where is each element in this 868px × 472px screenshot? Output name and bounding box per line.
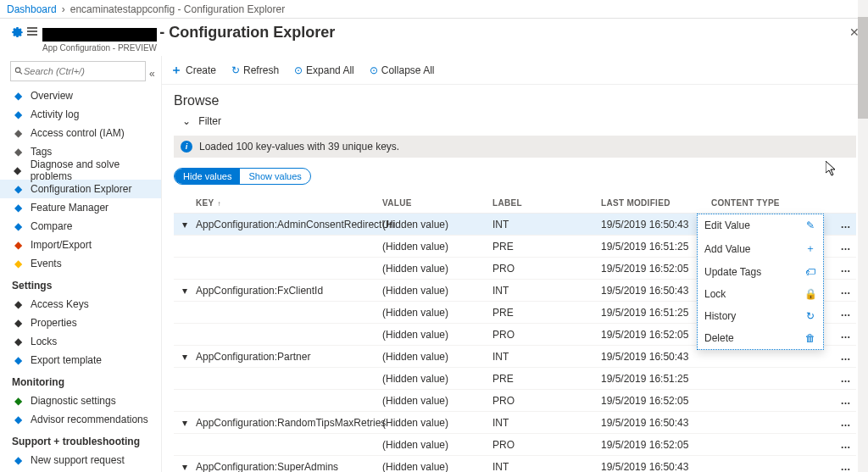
filter-toggle[interactable]: ⌄ Filter: [182, 115, 856, 127]
menu-item-label: History: [704, 310, 736, 322]
sidebar-item-label: Events: [31, 258, 62, 269]
lock-icon: ◆: [12, 336, 24, 347]
sidebar-item-advisor-recommendations[interactable]: ◆Advisor recommendations: [10, 410, 161, 429]
row-actions-button[interactable]: …: [836, 219, 856, 230]
row-actions-button[interactable]: …: [836, 241, 856, 253]
page-subtitle: App Configuration - PREVIEW: [42, 43, 335, 53]
menu-item-lock[interactable]: Lock🔒: [698, 283, 823, 305]
cell-value: (Hidden value): [382, 285, 492, 297]
table-row[interactable]: (Hidden value)PRE19/5/2019 16:51:25…: [174, 368, 856, 390]
scrollbar-thumb[interactable]: [858, 17, 868, 119]
menu-item-delete[interactable]: Delete🗑: [698, 327, 823, 349]
feature-icon: ◆: [12, 202, 24, 214]
sidebar-item-new-support-request[interactable]: ◆New support request: [10, 451, 161, 469]
sidebar-item-access-keys[interactable]: ◆Access Keys: [10, 295, 161, 314]
sidebar-item-locks[interactable]: ◆Locks: [10, 332, 161, 351]
menu-item-edit-value[interactable]: Edit Value✎: [698, 214, 823, 236]
expand-toggle[interactable]: ▾: [174, 417, 196, 429]
cfg-icon: ◆: [12, 183, 24, 195]
cell-key: AppConfiguration:SuperAdmins: [196, 461, 382, 473]
table-row[interactable]: ▾AppConfiguration:RandomTipsMaxRetries(H…: [174, 412, 856, 434]
row-actions-button[interactable]: …: [836, 395, 856, 407]
sidebar-item-export-template[interactable]: ◆Export template: [10, 351, 161, 369]
gear-icon: [10, 25, 24, 39]
refresh-button[interactable]: ↻Refresh: [231, 64, 279, 76]
expand-toggle[interactable]: ▾: [174, 461, 196, 473]
row-actions-button[interactable]: …: [836, 439, 856, 451]
row-actions-button[interactable]: …: [836, 373, 856, 385]
row-context-menu: Edit Value✎Add Value＋Update Tags🏷Lock🔒Hi…: [697, 214, 824, 350]
sidebar-item-properties[interactable]: ◆Properties: [10, 314, 161, 332]
vertical-scrollbar[interactable]: [858, 0, 868, 472]
col-modified[interactable]: LAST MODIFIED: [601, 198, 711, 208]
search-icon: [14, 66, 24, 76]
blade-header: - Configuration Explorer App Configurati…: [0, 19, 868, 56]
page-title: - Configuration Explorer: [159, 24, 335, 41]
sidebar: « ◆Overview◆Activity log◆Access control …: [0, 56, 161, 472]
cell-modified: 19/5/2019 16:52:05: [601, 439, 711, 451]
expand-all-button[interactable]: ⊙Expand All: [294, 64, 354, 76]
cell-value: (Hidden value): [382, 439, 492, 451]
col-key[interactable]: KEY↑: [196, 198, 382, 208]
expand-toggle[interactable]: ▾: [174, 285, 196, 297]
cell-modified: 19/5/2019 16:52:05: [601, 329, 711, 341]
redacted-resource-name: [42, 28, 157, 42]
row-actions-button[interactable]: …: [836, 417, 856, 429]
sidebar-item-label: Tags: [31, 146, 52, 158]
svg-point-0: [15, 68, 20, 73]
table-row[interactable]: (Hidden value)PRO19/5/2019 16:52:05…: [174, 390, 856, 412]
sidebar-item-configuration-explorer[interactable]: ◆Configuration Explorer: [0, 180, 161, 198]
cell-value: (Hidden value): [382, 461, 492, 473]
expand-toggle[interactable]: ▾: [174, 219, 196, 230]
menu-item-update-tags[interactable]: Update Tags🏷: [698, 261, 823, 283]
cell-modified: 19/5/2019 16:50:43: [601, 219, 711, 230]
create-button[interactable]: ＋Create: [170, 63, 216, 78]
row-actions-button[interactable]: …: [836, 461, 856, 473]
table-row[interactable]: ▾AppConfiguration:SuperAdmins(Hidden val…: [174, 456, 856, 472]
props-icon: ◆: [12, 317, 24, 329]
row-actions-button[interactable]: …: [836, 329, 856, 341]
row-actions-button[interactable]: …: [836, 307, 856, 319]
tag-icon: ◆: [12, 146, 24, 158]
view-icon: ◆: [12, 90, 24, 102]
breadcrumb: Dashboard › encaminatestappconfig - Conf…: [0, 0, 868, 19]
sidebar-item-label: Diagnose and solve problems: [31, 158, 161, 182]
compare-icon: ◆: [12, 220, 24, 232]
sidebar-item-compare[interactable]: ◆Compare: [10, 217, 161, 236]
sidebar-item-feature-manager[interactable]: ◆Feature Manager: [10, 198, 161, 217]
col-content-type[interactable]: CONTENT TYPE: [711, 198, 836, 208]
table-row[interactable]: (Hidden value)PRO19/5/2019 16:52:05…: [174, 434, 856, 456]
sidebar-collapse-icon[interactable]: «: [149, 68, 155, 80]
sidebar-item-overview[interactable]: ◆Overview: [10, 86, 161, 105]
menu-item-add-value[interactable]: Add Value＋: [698, 236, 823, 261]
diag-icon: ◆: [12, 395, 24, 407]
col-value[interactable]: VALUE: [382, 198, 492, 208]
sidebar-search[interactable]: [10, 61, 146, 81]
cell-modified: 19/5/2019 16:50:43: [601, 285, 711, 297]
collapse-all-button[interactable]: ⊙Collapse All: [370, 64, 435, 76]
cell-label: PRE: [492, 241, 601, 253]
show-values-pill[interactable]: Show values: [240, 169, 309, 184]
expand-toggle[interactable]: ▾: [174, 351, 196, 363]
collapse-icon: ⊙: [370, 64, 378, 76]
cell-modified: 19/5/2019 16:50:43: [601, 417, 711, 429]
cell-value: (Hidden value): [382, 219, 492, 230]
grid-header: KEY↑ VALUE LABEL LAST MODIFIED CONTENT T…: [174, 190, 856, 214]
hide-values-pill[interactable]: Hide values: [175, 169, 240, 184]
sidebar-item-diagnostic-settings[interactable]: ◆Diagnostic settings: [10, 391, 161, 410]
cell-value: (Hidden value): [382, 329, 492, 341]
col-label[interactable]: LABEL: [492, 198, 601, 208]
row-actions-button[interactable]: …: [836, 263, 856, 275]
sidebar-item-events[interactable]: ◆Events: [10, 254, 161, 273]
search-input[interactable]: [24, 66, 142, 76]
row-actions-button[interactable]: …: [836, 285, 856, 297]
sidebar-item-import-export[interactable]: ◆Import/Export: [10, 236, 161, 254]
sidebar-item-access-control-iam-[interactable]: ◆Access control (IAM): [10, 124, 161, 142]
expand-icon: ⊙: [294, 64, 303, 76]
menu-item-history[interactable]: History↻: [698, 305, 823, 327]
row-actions-button[interactable]: …: [836, 351, 856, 363]
sidebar-item-activity-log[interactable]: ◆Activity log: [10, 105, 161, 124]
cell-modified: 19/5/2019 16:50:43: [601, 351, 711, 363]
sidebar-item-diagnose-and-solve-problems[interactable]: ◆Diagnose and solve problems: [10, 161, 161, 180]
breadcrumb-root[interactable]: Dashboard: [7, 3, 57, 15]
